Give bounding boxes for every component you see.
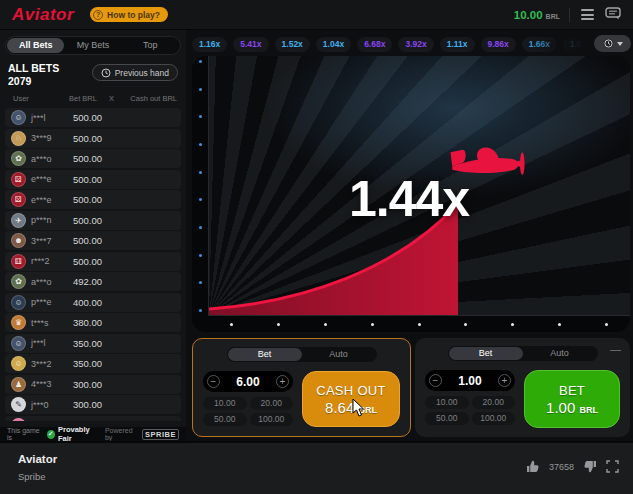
sidebar-tab-my-bets[interactable]: My Bets — [64, 38, 121, 53]
bet-button-amount: 1.00 — [546, 399, 575, 416]
bet-user: e***e — [31, 195, 71, 205]
bet-row: ❀r***y290.00 — [5, 416, 181, 422]
thumbs-up-icon[interactable] — [526, 460, 540, 473]
avatar: ⚄ — [11, 172, 26, 187]
tab-bet[interactable]: Bet — [449, 347, 523, 360]
bet-button-currency: BRL — [579, 405, 598, 415]
history-multiplier-chip[interactable]: 3.92x — [398, 37, 433, 52]
col-bet: Bet BRL — [69, 94, 97, 103]
bet-label: BET — [559, 383, 585, 398]
bet-row: ⚄e***e500.00 — [5, 190, 181, 209]
bet-amount: 300.00 — [73, 399, 102, 410]
chat-icon[interactable] — [605, 6, 621, 24]
history-multiplier-chip[interactable]: 1.11x — [440, 37, 475, 52]
provably-fair-strip: This game is ✓ Provably Fair Powered by … — [0, 427, 186, 441]
page-footer: Aviator Spribe 37658 — [0, 441, 633, 494]
amount-stepper: − 1.00 + — [425, 370, 515, 391]
bets-list[interactable]: ☺j***l500.00♘3***9500.00✿a***o500.00⚄e**… — [5, 108, 181, 421]
quick-amount-button[interactable]: 50.00 — [425, 412, 469, 425]
bet-row: ⚄e***e500.00 — [5, 170, 181, 189]
bet-auto-switcher: Bet Auto — [227, 347, 377, 362]
bet-button[interactable]: BET 1.00 BRL — [524, 370, 620, 428]
history-multiplier-chip[interactable]: 1.01x — [563, 37, 589, 52]
quick-amount-button[interactable]: 10.00 — [203, 397, 247, 410]
decrease-button[interactable]: − — [429, 374, 442, 387]
bet-amount: 500.00 — [73, 174, 102, 185]
x-axis-dots — [208, 316, 630, 332]
quick-amounts: 10.00 20.00 50.00 100.00 — [203, 397, 293, 426]
bet-user: j***0 — [31, 400, 71, 410]
quick-amount-button[interactable]: 50.00 — [203, 413, 247, 426]
game-column: 1.16x5.41x1.52x1.04x6.68x3.92x1.11x9.86x… — [190, 30, 633, 441]
bet-amount: 300.00 — [73, 379, 102, 390]
all-bets-count: 2079 — [8, 75, 59, 88]
bet-amount: 492.00 — [73, 276, 102, 287]
top-bar: Aviator ? How to play? 10.00 BRL — [0, 0, 633, 30]
previous-hand-button[interactable]: Previous hand — [92, 64, 178, 81]
quick-amount-button[interactable]: 20.00 — [250, 397, 294, 410]
tab-bet[interactable]: Bet — [228, 348, 302, 361]
increase-button[interactable]: + — [276, 375, 289, 388]
balance: 10.00 BRL — [514, 9, 560, 21]
cash-out-label: CASH OUT — [316, 383, 386, 398]
avatar: ☻ — [11, 233, 26, 248]
history-multiplier-chip[interactable]: 9.86x — [481, 37, 516, 52]
history-multiplier-chip[interactable]: 1.66x — [522, 37, 557, 52]
avatar: ✈ — [11, 213, 26, 228]
quick-amounts: 10.00 20.00 50.00 100.00 — [425, 396, 515, 425]
bet-amount: 500.00 — [73, 133, 102, 144]
bet-amount: 290.00 — [73, 420, 102, 422]
decrease-button[interactable]: − — [207, 375, 220, 388]
tab-auto[interactable]: Auto — [523, 347, 597, 360]
bet-row: ♘3***9500.00 — [5, 129, 181, 148]
bet-amount-value[interactable]: 6.00 — [236, 375, 259, 389]
bet-row: ✎j***0300.00 — [5, 395, 181, 414]
question-icon: ? — [93, 10, 103, 20]
quick-amount-button[interactable]: 100.00 — [250, 413, 294, 426]
game-canvas: 1.44x — [192, 56, 630, 332]
cash-out-button[interactable]: CASH OUT 8.64 BRL — [302, 371, 400, 427]
spribe-logo[interactable]: SPRIBE — [142, 429, 179, 440]
history-multiplier-chip[interactable]: 5.41x — [233, 37, 268, 52]
bet-amount: 500.00 — [73, 235, 102, 246]
avatar: ☺ — [11, 110, 26, 125]
history-multiplier-chip[interactable]: 1.52x — [275, 37, 310, 52]
bet-amount: 400.00 — [73, 297, 102, 308]
history-multiplier-chip[interactable]: 1.04x — [316, 37, 351, 52]
bet-user: p***e — [31, 297, 71, 307]
menu-icon[interactable] — [579, 7, 596, 22]
aviator-app: Aviator ? How to play? 10.00 BRL All Bet… — [0, 0, 633, 494]
sidebar-tab-all-bets[interactable]: All Bets — [7, 38, 64, 53]
chevron-down-icon — [617, 42, 623, 46]
bet-amount: 380.00 — [73, 317, 102, 328]
avatar: ☺ — [11, 356, 26, 371]
quick-amount-button[interactable]: 20.00 — [472, 396, 516, 409]
bet-row: ☻3***7500.00 — [5, 231, 181, 250]
tab-auto[interactable]: Auto — [302, 348, 376, 361]
history-dropdown-button[interactable] — [594, 35, 631, 52]
history-clock-icon — [603, 38, 614, 49]
fullscreen-icon[interactable] — [606, 460, 619, 473]
col-multiplier: X — [109, 94, 114, 103]
bet-user: 3***2 — [31, 359, 71, 369]
bet-row: ♟4***3300.00 — [5, 375, 181, 394]
remove-panel-button[interactable]: — — [610, 344, 621, 355]
game-provider: Spribe — [18, 471, 45, 482]
avatar: ♘ — [11, 131, 26, 146]
thumbs-down-icon[interactable] — [583, 460, 597, 473]
quick-amount-button[interactable]: 100.00 — [472, 412, 516, 425]
sidebar-tab-bar: All BetsMy BetsTop — [5, 36, 181, 55]
history-multiplier-chip[interactable]: 6.68x — [357, 37, 392, 52]
bet-amount-value[interactable]: 1.00 — [458, 374, 481, 388]
how-to-play-button[interactable]: ? How to play? — [90, 7, 168, 22]
sidebar-tab-top[interactable]: Top — [122, 38, 179, 53]
quick-amount-button[interactable]: 10.00 — [425, 396, 469, 409]
powered-by-label: Powered by — [105, 427, 139, 441]
aviator-logo: Aviator — [12, 5, 74, 25]
history-multiplier-chip[interactable]: 1.16x — [192, 37, 227, 52]
increase-button[interactable]: + — [498, 374, 511, 387]
balance-currency: BRL — [546, 13, 560, 20]
bet-user: r***y — [31, 420, 71, 421]
check-icon: ✓ — [47, 430, 55, 439]
bet-user: e***e — [31, 174, 71, 184]
